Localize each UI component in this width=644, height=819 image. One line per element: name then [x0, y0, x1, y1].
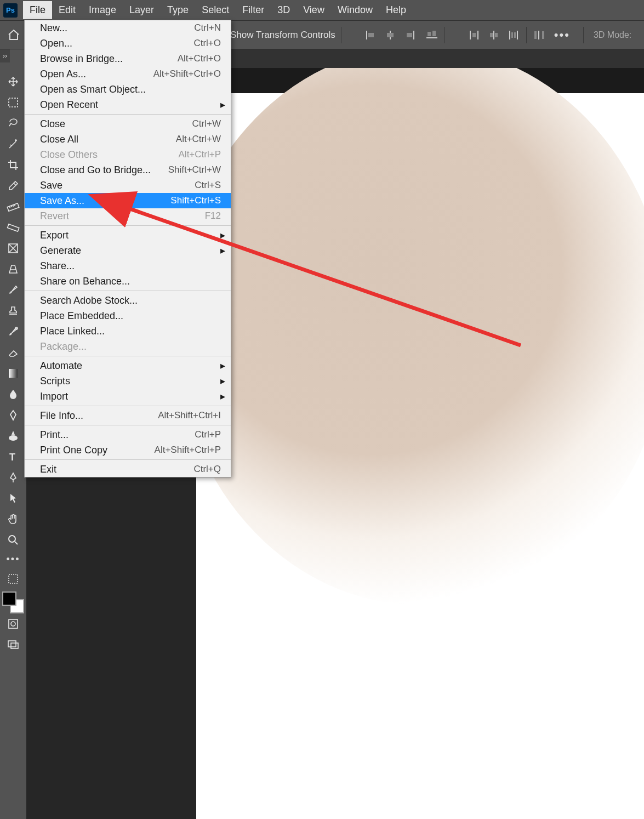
distribute-1-icon[interactable]: [467, 28, 481, 42]
menu-item-label: Browse in Bridge...: [40, 53, 123, 65]
svg-rect-4: [413, 31, 414, 39]
menu-item-label: Share on Behance...: [40, 276, 130, 287]
menu-window[interactable]: Window: [331, 1, 379, 19]
stamp-tool-icon[interactable]: [0, 300, 26, 321]
marquee-tool-icon[interactable]: [0, 92, 26, 113]
menu-type[interactable]: Type: [161, 1, 195, 19]
edit-toolbar-icon[interactable]: [0, 568, 26, 589]
distribute-2-icon[interactable]: [487, 28, 501, 42]
separator: [444, 27, 445, 43]
menu-item-close[interactable]: CloseCtrl+W: [25, 116, 231, 132]
move-tool-icon[interactable]: [0, 71, 26, 92]
menu-item-generate[interactable]: Generate▸: [25, 243, 231, 258]
path-select-tool-icon[interactable]: [0, 488, 26, 509]
menu-item-new[interactable]: New...Ctrl+N: [25, 20, 231, 36]
align-left-icon[interactable]: [363, 28, 378, 42]
menu-image[interactable]: Image: [82, 1, 123, 19]
menu-filter[interactable]: Filter: [236, 1, 271, 19]
history-brush-tool-icon[interactable]: [0, 321, 26, 342]
menu-item-label: Open...: [40, 38, 72, 49]
menu-item-file-info[interactable]: File Info...Alt+Shift+Ctrl+I: [25, 408, 231, 423]
perspective-tool-icon[interactable]: [0, 259, 26, 280]
eraser-tool-icon[interactable]: [0, 342, 26, 363]
menu-item-save-as[interactable]: Save As...Shift+Ctrl+S: [25, 193, 231, 208]
menu-help[interactable]: Help: [379, 1, 413, 19]
menu-item-place-linked[interactable]: Place Linked...: [25, 323, 231, 339]
expand-panels-icon[interactable]: ››: [0, 49, 10, 62]
menu-item-close-all[interactable]: Close AllAlt+Ctrl+W: [25, 132, 231, 147]
foreground-color-swatch[interactable]: [2, 592, 16, 606]
svg-rect-17: [511, 32, 513, 38]
brush-tool-icon[interactable]: [0, 280, 26, 300]
menu-item-label: Save: [40, 180, 62, 191]
menu-item-open[interactable]: Open...Ctrl+O: [25, 36, 231, 51]
crop-tool-icon[interactable]: [0, 155, 26, 175]
menu-item-browse-in-bridge[interactable]: Browse in Bridge...Alt+Ctrl+O: [25, 51, 231, 66]
menu-item-save[interactable]: SaveCtrl+S: [25, 178, 231, 193]
menu-item-place-embedded[interactable]: Place Embedded...: [25, 308, 231, 323]
tools-more-icon[interactable]: •••: [7, 554, 20, 565]
frame-tool-icon[interactable]: [0, 238, 26, 259]
screen-mode-icon[interactable]: [0, 634, 26, 655]
pen-tri-tool-icon[interactable]: [0, 425, 26, 446]
menu-item-open-as-smart-object[interactable]: Open as Smart Object...: [25, 82, 231, 97]
menu-file[interactable]: File: [23, 1, 52, 19]
type-tool-icon[interactable]: T: [0, 446, 26, 467]
distribute-spacing-icon[interactable]: [532, 28, 546, 42]
menu-item-share[interactable]: Share...: [25, 258, 231, 274]
menu-layer[interactable]: Layer: [123, 1, 161, 19]
menu-separator: [25, 406, 231, 406]
magic-wand-tool-icon[interactable]: [0, 134, 26, 155]
hand-tool-icon[interactable]: [0, 509, 26, 530]
svg-rect-20: [542, 31, 544, 39]
menu-item-import[interactable]: Import▸: [25, 389, 231, 404]
menu-item-label: Close All: [40, 134, 78, 145]
menu-item-search-adobe-stock[interactable]: Search Adobe Stock...: [25, 293, 231, 308]
svg-rect-21: [538, 31, 539, 39]
menu-item-scripts[interactable]: Scripts▸: [25, 373, 231, 389]
menu-edit[interactable]: Edit: [52, 1, 82, 19]
ruler-heal-tool-icon[interactable]: [0, 196, 26, 217]
align-hcenter-icon[interactable]: [383, 28, 397, 42]
menu-item-export[interactable]: Export▸: [25, 228, 231, 243]
menu-item-shortcut: Alt+Ctrl+O: [178, 53, 221, 64]
svg-rect-14: [495, 33, 498, 37]
quick-mask-icon[interactable]: [0, 613, 26, 634]
eyedropper-tool-icon[interactable]: [0, 175, 26, 196]
menu-3d[interactable]: 3D: [271, 1, 297, 19]
show-transform-label: Show Transform Controls: [230, 30, 335, 41]
distribute-3-icon[interactable]: [506, 28, 521, 42]
ruler-tool-icon[interactable]: [0, 217, 26, 238]
align-options-icon[interactable]: [425, 28, 439, 42]
menu-item-print[interactable]: Print...Ctrl+P: [25, 427, 231, 442]
svg-point-33: [11, 622, 15, 626]
dodge-tool-icon[interactable]: [0, 405, 26, 425]
pen-tool-icon[interactable]: [0, 467, 26, 488]
svg-rect-22: [9, 98, 18, 107]
menu-item-open-recent[interactable]: Open Recent▸: [25, 97, 231, 112]
menu-item-label: New...: [40, 22, 67, 34]
blur-tool-icon[interactable]: [0, 384, 26, 405]
gradient-tool-icon[interactable]: [0, 363, 26, 384]
svg-rect-5: [407, 33, 412, 37]
more-options-icon[interactable]: •••: [554, 28, 570, 42]
menu-view[interactable]: View: [297, 1, 331, 19]
menu-item-print-one-copy[interactable]: Print One CopyAlt+Shift+Ctrl+P: [25, 442, 231, 458]
menu-item-close-and-go-to-bridge[interactable]: Close and Go to Bridge...Shift+Ctrl+W: [25, 162, 231, 178]
menu-item-shortcut: Ctrl+P: [195, 429, 221, 440]
menu-item-label: Generate: [40, 245, 81, 257]
svg-rect-11: [472, 33, 476, 37]
zoom-tool-icon[interactable]: [0, 530, 26, 550]
menu-item-share-on-behance[interactable]: Share on Behance...: [25, 274, 231, 289]
menu-item-open-as[interactable]: Open As...Alt+Shift+Ctrl+O: [25, 66, 231, 82]
lasso-tool-icon[interactable]: [0, 113, 26, 134]
svg-rect-7: [428, 32, 431, 36]
menu-item-exit[interactable]: ExitCtrl+Q: [25, 462, 231, 477]
canvas[interactable]: [196, 68, 644, 819]
home-icon[interactable]: [5, 27, 22, 43]
menu-item-automate[interactable]: Automate▸: [25, 358, 231, 373]
menu-select[interactable]: Select: [195, 1, 236, 19]
align-right-icon[interactable]: [403, 28, 417, 42]
color-swatches[interactable]: [2, 592, 24, 613]
menu-separator: [25, 225, 231, 226]
